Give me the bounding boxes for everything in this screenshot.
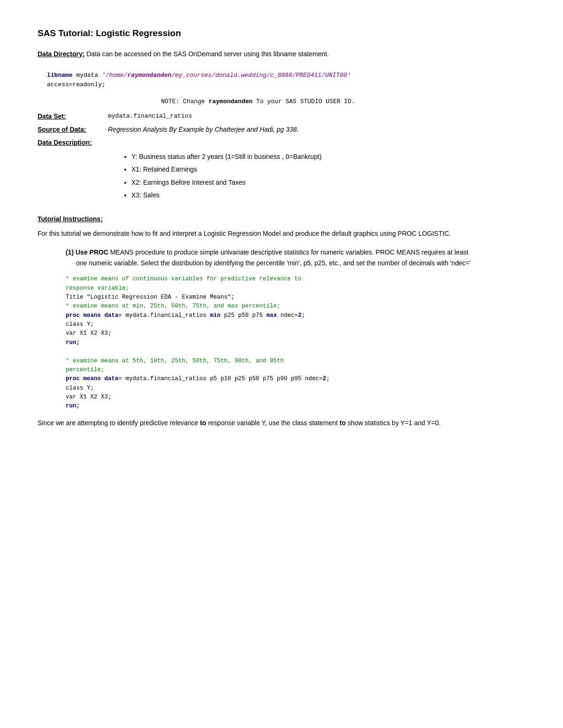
data-directory-row: Data Directory: Data can be accessed on … <box>38 49 479 60</box>
libname-path: '/home/raymondanden/my_courses/donald.we… <box>102 72 351 79</box>
dataset-label: Data Set: <box>38 113 108 120</box>
tutorial-intro-text: For this tutorial we demonstrate how to … <box>38 228 479 239</box>
dataset-row: Data Set: mydata.financial_ratios <box>38 113 479 120</box>
libname-keyword: libname <box>47 72 73 79</box>
bullet-y: Y: Business status after 2 years (1=Stil… <box>131 151 479 163</box>
page-container: SAS Tutorial: Logistic Regression Data D… <box>0 0 516 456</box>
source-label: Source of Data: <box>38 126 108 133</box>
note-highlight: raymondanden <box>209 98 253 105</box>
code-ndec1: 2 <box>298 312 302 319</box>
data-description-section: Data Description: Y: Business status aft… <box>38 139 479 201</box>
libname-access: access=readonly; <box>47 81 106 88</box>
code-proc-means-1: proc means data <box>66 312 119 319</box>
data-directory-label: Data Directory: <box>38 50 84 58</box>
bullet-x2: X2: Earnings Before Interest and Taxes <box>131 177 479 188</box>
code-title-line: Title "Logistic Regression EDA - Examine… <box>66 294 235 300</box>
source-value: Regression Analysis By Example by Chatte… <box>108 126 298 133</box>
numbered-item-1-text: (1) Use PROC MEANS procedure to produce … <box>66 247 479 268</box>
code-comment-1: * examine means of continuous variables … <box>66 276 302 291</box>
note-suffix: To your SAS STUDIO USER ID. <box>252 98 355 105</box>
libname-code: libname mydata '/home/raymondanden/my_co… <box>38 66 479 94</box>
bullet-x1: X1: Retained Earnings <box>131 164 479 175</box>
bullet-x3: X3: Sales <box>131 189 479 201</box>
data-directory-text: Data can be accessed on the SAS OnDemand… <box>84 50 329 58</box>
data-description-label: Data Description: <box>38 139 479 146</box>
code-run-1: run; <box>66 339 80 346</box>
note-line: NOTE: Change raymondanden To your SAS ST… <box>38 97 479 106</box>
since-text: Since we are attempting to identify pred… <box>38 418 479 428</box>
tutorial-instructions-label: Tutorial Instructions: <box>38 215 479 223</box>
data-description-bullets: Y: Business status after 2 years (1=Stil… <box>131 151 479 201</box>
item-number-1: (1) Use PROC <box>66 248 108 256</box>
tutorial-instructions-section: Tutorial Instructions: For this tutorial… <box>38 215 479 428</box>
source-row: Source of Data: Regression Analysis By E… <box>38 126 479 133</box>
code-run-2: run; <box>66 403 80 409</box>
dataset-value: mydata.financial_ratios <box>108 113 192 120</box>
code-comment-3: * examine means at 5th, 10th, 25th, 50th… <box>66 358 284 373</box>
numbered-item-1: (1) Use PROC MEANS procedure to produce … <box>66 247 479 268</box>
code-min: min <box>210 312 221 319</box>
code-comment-2: * examine means at min, 25th, 50th, 75th… <box>66 303 281 309</box>
code-max: max <box>266 312 277 319</box>
code-block-1: * examine means of continuous variables … <box>38 275 479 411</box>
code-proc-means-2: proc means data <box>66 375 119 382</box>
code-ndec2: 2 <box>323 375 327 382</box>
note-prefix: NOTE: Change <box>161 98 208 105</box>
page-title: SAS Tutorial: Logistic Regression <box>38 28 479 38</box>
libname-name: mydata <box>73 72 102 79</box>
